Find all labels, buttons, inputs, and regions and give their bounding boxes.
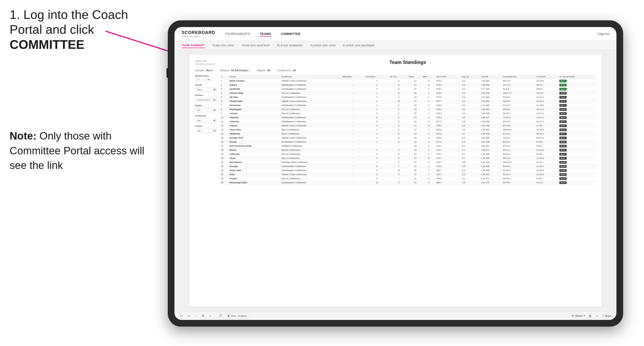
nav-committee[interactable]: COMMITTEE	[281, 31, 301, 37]
cell-adj-par: 276.0	[436, 116, 461, 120]
cell-overall: 100-27-1	[502, 91, 536, 95]
sub-nav-team-h2h-grid[interactable]: TEAM H2H GRID	[212, 43, 234, 48]
clock-icon[interactable]: ⏱	[218, 314, 223, 318]
cell-school: Oregon	[229, 176, 281, 181]
cell-vs25: 13-24-1	[536, 116, 559, 120]
cell-reg-rank: -	[342, 91, 365, 95]
sidebar-region-select[interactable]: N/A	[195, 108, 217, 112]
cell-no-tour: 8	[389, 136, 408, 140]
cell-overall: 60-39-2	[502, 181, 536, 185]
cell-vs50-points: 80.98	[559, 91, 596, 95]
cell-school: Auburn	[229, 83, 281, 87]
cell-adj-par: 278.7	[436, 156, 461, 160]
watch-button[interactable]: 👁 Watch ▾	[572, 314, 585, 317]
table-row: 14 Oklahoma Big 12 Conference - 2 8 24 2…	[220, 132, 596, 136]
share-button[interactable]: ⤴ Share	[602, 314, 612, 317]
cell-reg-rank: -	[342, 95, 365, 99]
cell-avg-sg: -3.7	[461, 132, 480, 136]
nav-teams[interactable]: TEAMS	[260, 31, 271, 37]
bottom-toolbar: ↩ ↪ ← ⧉ + ⏱ ▶ View: Original 👁 Watch ▾ ⊞…	[174, 311, 616, 320]
sign-out-link[interactable]: | Sign out	[597, 32, 610, 36]
min-rounds-min-input[interactable]	[195, 78, 202, 81]
cell-conf-rank: 4	[365, 136, 389, 140]
cell-conference: Southeastern Conference	[281, 87, 342, 91]
cell-conference: Mountain West Conference	[281, 160, 342, 164]
cell-conference: Big 12 Conference	[281, 132, 342, 136]
table-row: 11 Arkansas Southeastern Conference - 6 …	[220, 120, 596, 124]
table-row: 23 Texas A&M Southeastern Conference - 9…	[220, 169, 596, 173]
sidebar-school-select[interactable]: (All)	[195, 129, 217, 133]
cell-wins: 1	[422, 164, 436, 169]
nav-tournaments[interactable]: TOURNAMENTS	[225, 31, 250, 37]
cell-overall: 86-25-1	[502, 107, 536, 112]
undo-icon[interactable]: ↩	[179, 314, 184, 318]
standings-table: # School Conference Reg Rank Conf Rank N…	[220, 75, 596, 185]
cell-no-tour: 8	[389, 112, 408, 116]
cell-school: Georgia	[229, 164, 281, 169]
tablet-side-button	[166, 68, 168, 78]
gender-filter-group: Gender Men's	[195, 84, 217, 92]
sub-nav-player-h2h-grid[interactable]: PLAYER H2H GRID	[310, 43, 336, 48]
cell-rnds: 18	[408, 103, 422, 107]
cell-vs50-points: 79.47	[559, 95, 596, 99]
cell-no-tour: 9	[389, 87, 408, 91]
cell-conference: Pac-12 Conference	[281, 107, 342, 112]
cell-adj-par: 273.4	[436, 87, 461, 91]
cell-adj-par: 276.9	[436, 128, 461, 132]
update-time-value: 27/03/2024 16:56:26	[195, 63, 215, 66]
cell-low-rd: 1.55 267	[480, 144, 502, 148]
cell-overall: 59-41-4	[502, 156, 536, 160]
sub-nav-team-h2h-heatmap[interactable]: TEAM H2H HEATMAP	[241, 43, 270, 48]
cell-rnds: 21	[408, 164, 422, 169]
sub-nav-player-h2h-heatmap[interactable]: PLAYER H2H HEATMAP	[343, 43, 374, 48]
cell-low-rd: 1.44 269	[480, 156, 502, 160]
cell-reg-rank: -	[342, 173, 365, 176]
view-original-button[interactable]: ▶ View: Original	[226, 313, 249, 318]
table-row: 22 Georgia Southeastern Conference - 8 7…	[220, 164, 596, 169]
sidebar-gender-select[interactable]: Men's	[195, 88, 217, 92]
cell-school: Tennessee	[229, 103, 281, 107]
table-body: 1 North Carolina Atlantic Coast Conferen…	[220, 79, 596, 185]
sub-nav-team-summary[interactable]: TEAM SUMMARY	[182, 43, 205, 48]
cell-wins: 4	[422, 99, 436, 103]
cell-conf-rank: 1	[365, 160, 389, 164]
cell-avg-sg: -1.4	[461, 148, 480, 152]
cell-conference: Pac-12 Conference	[281, 112, 342, 116]
sidebar-conference-select[interactable]: (All)	[195, 118, 217, 123]
cell-rank: 15	[220, 136, 229, 140]
cell-conf-rank: 2	[365, 132, 389, 136]
cell-vs25: 29-23-1	[536, 136, 559, 140]
cell-school: Virginia	[229, 124, 281, 128]
cell-school: Georgia Tech	[229, 136, 281, 140]
cell-wins: 2	[422, 128, 436, 132]
layout-icon[interactable]: ⊞	[588, 314, 592, 318]
col-reg-rank: Reg Rank	[342, 75, 365, 79]
cell-vs25: 11-38-2	[536, 169, 559, 173]
min-rounds-max-input[interactable]	[205, 78, 212, 81]
cell-reg-rank: -	[342, 83, 365, 87]
cell-school: Arizona	[229, 112, 281, 116]
cell-rnds: 27	[408, 160, 422, 164]
expand-icon[interactable]: ⤢	[595, 314, 600, 318]
copy-icon[interactable]: ⧉	[201, 314, 205, 318]
redo-icon[interactable]: ↪	[186, 314, 191, 318]
cell-low-rd: 1.98 268	[480, 112, 502, 116]
cell-vs50-points: 80.54	[559, 164, 596, 169]
add-icon[interactable]: +	[208, 314, 212, 318]
cell-overall: 83-15-0	[502, 124, 536, 128]
cell-avg-sg: -6.0	[461, 124, 480, 128]
cell-rank: 13	[220, 128, 229, 132]
cell-wins: 1	[422, 95, 436, 99]
cell-rank: 19	[220, 152, 229, 156]
cell-adj-par: 279.1	[436, 148, 461, 152]
cell-rnds: 23	[408, 107, 422, 112]
col-conference: Conference	[281, 75, 342, 79]
cell-avg-sg: -5.5	[461, 103, 480, 107]
cell-vs25: 23-11-1	[536, 120, 559, 124]
cell-wins: 6	[422, 87, 436, 91]
sub-nav-player-summary[interactable]: PLAYER SUMMARY	[277, 43, 303, 48]
cell-overall: 92-40-3	[502, 169, 536, 173]
back-icon[interactable]: ←	[194, 314, 198, 318]
sidebar-division-select[interactable]: NCAA Division I	[195, 98, 217, 102]
step-bold: COMMITTEE	[10, 37, 84, 51]
